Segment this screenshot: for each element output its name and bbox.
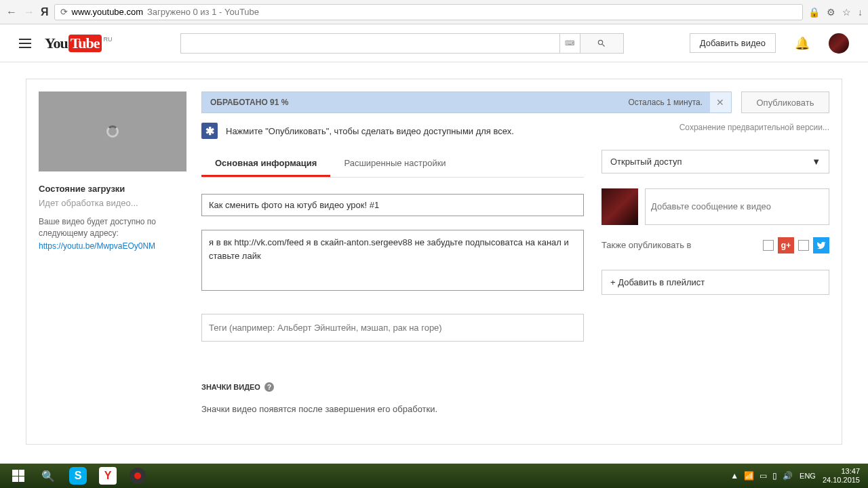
social-icons: g+ — [763, 237, 829, 253]
language-indicator[interactable]: ENG — [800, 472, 816, 480]
notifications-icon[interactable]: 🔔 — [795, 36, 810, 51]
help-icon[interactable]: ? — [264, 382, 274, 392]
also-publish-label: Также опубликовать в — [601, 240, 691, 250]
upload-status-desc: Ваше видео будет доступно по следующему … — [39, 216, 186, 239]
add-playlist-button[interactable]: + Добавить в плейлист — [601, 270, 829, 295]
region-label: RU — [104, 36, 113, 43]
processing-spinner-icon — [106, 125, 119, 138]
taskbar-left: 🔍 S Y — [4, 465, 152, 487]
right-column: Сохранение предварительной версии... Отк… — [601, 120, 829, 414]
taskbar-right: ▲ 📶 ▭ ▯ 🔊 ENG 13:47 24.10.2015 — [730, 467, 864, 485]
user-avatar[interactable] — [829, 33, 849, 54]
gplus-icon[interactable]: g+ — [778, 237, 794, 253]
menu-icon[interactable] — [19, 39, 31, 48]
publish-hint: ✱ Нажмите "Опубликовать", чтобы сделать … — [201, 120, 584, 147]
twitter-checkbox[interactable] — [798, 240, 809, 251]
tab-basic[interactable]: Основная информация — [201, 151, 330, 177]
asterisk-icon: ✱ — [201, 123, 218, 139]
taskbar: 🔍 S Y ▲ 📶 ▭ ▯ 🔊 ENG 13:47 24.10.2015 — [0, 464, 868, 488]
upload-button[interactable]: Добавить видео — [690, 33, 776, 53]
download-icon[interactable]: ↓ — [858, 7, 863, 18]
hint-text: Нажмите "Опубликовать", чтобы сделать ви… — [226, 126, 514, 136]
action-center-icon[interactable]: ▭ — [760, 471, 767, 481]
cancel-upload-icon[interactable]: ✕ — [716, 97, 724, 108]
video-tags-input[interactable] — [201, 314, 584, 342]
search-taskbar-icon[interactable]: 🔍 — [34, 465, 62, 487]
reload-icon[interactable]: ⟳ — [60, 7, 68, 17]
upload-status-title: Состояние загрузки — [39, 184, 186, 194]
thumbnails-desc: Значки видео появятся после завершения е… — [201, 404, 584, 414]
save-note: Сохранение предварительной версии... — [601, 123, 829, 134]
video-url-link[interactable]: https://youtu.be/MwpvaEOy0NM — [39, 241, 186, 251]
forward-button[interactable]: → — [23, 6, 35, 18]
upload-panel: Состояние загрузки Идет обработка видео.… — [26, 79, 842, 445]
privacy-selected: Открытый доступ — [610, 157, 682, 167]
publish-button[interactable]: Опубликовать — [741, 92, 829, 113]
browser-right-icons: 🔒 ⚙ ☆ ↓ — [808, 7, 863, 18]
back-button[interactable]: ← — [5, 6, 18, 18]
header-right: Добавить видео 🔔 — [690, 33, 849, 54]
chevron-down-icon: ▼ — [812, 157, 821, 167]
search-icon — [597, 39, 606, 48]
clock[interactable]: 13:47 24.10.2015 — [823, 467, 864, 485]
gplus-checkbox[interactable] — [763, 240, 774, 251]
video-title-input[interactable] — [201, 194, 584, 216]
thumbnails-title: ЗНАЧКИ ВИДЕО ? — [201, 382, 584, 392]
search-button[interactable] — [580, 33, 624, 54]
lock-icon[interactable]: 🔒 — [808, 7, 820, 18]
star-icon[interactable]: ☆ — [842, 7, 851, 18]
twitter-icon[interactable] — [813, 237, 829, 253]
address-bar[interactable]: ⟳ www.youtube.com Загружено 0 из 1 - You… — [54, 4, 804, 20]
body-row: ✱ Нажмите "Опубликовать", чтобы сделать … — [201, 120, 829, 414]
progress-row: ОБРАБОТАНО 91 % Осталась 1 минута. ✕ Опу… — [201, 92, 829, 113]
tabs: Основная информация Расширенные настройк… — [201, 151, 584, 178]
upload-sidebar: Состояние загрузки Идет обработка видео.… — [39, 92, 186, 432]
page-title-text: Загружено 0 из 1 - YouTube — [147, 7, 259, 17]
youtube-logo[interactable]: YouTube RU — [45, 35, 113, 52]
share-message-input[interactable] — [645, 188, 829, 225]
yandex-logo[interactable]: Я — [41, 6, 49, 18]
url-text: www.youtube.com — [72, 7, 144, 17]
youtube-header: YouTube RU ⌨ Добавить видео 🔔 — [0, 24, 868, 62]
share-avatar — [601, 188, 638, 225]
search-input[interactable] — [180, 33, 560, 54]
tray-icons[interactable]: ▲ 📶 ▭ ▯ 🔊 — [730, 471, 793, 481]
tray-up-icon[interactable]: ▲ — [730, 471, 738, 481]
upload-status-text: Идет обработка видео... — [39, 198, 186, 208]
upload-main: ОБРАБОТАНО 91 % Осталась 1 минута. ✕ Опу… — [201, 92, 829, 432]
skype-taskbar-icon[interactable]: S — [64, 465, 92, 487]
privacy-dropdown[interactable]: Открытый доступ ▼ — [601, 150, 829, 174]
yandex-taskbar-icon[interactable]: Y — [94, 465, 122, 487]
video-thumbnail — [39, 92, 186, 171]
browser-chrome-bar: ← → Я ⟳ www.youtube.com Загружено 0 из 1… — [0, 0, 868, 24]
left-column: ✱ Нажмите "Опубликовать", чтобы сделать … — [201, 120, 584, 414]
settings-icon[interactable]: ⚙ — [827, 7, 835, 18]
progress-eta: Осталась 1 минута. — [628, 98, 703, 107]
content: Состояние загрузки Идет обработка видео.… — [0, 62, 868, 461]
progress-label: ОБРАБОТАНО 91 % — [210, 98, 288, 107]
keyboard-icon[interactable]: ⌨ — [560, 33, 580, 54]
share-row — [601, 188, 829, 225]
recorder-taskbar-icon[interactable] — [123, 465, 152, 487]
search-bar: ⌨ — [180, 33, 649, 54]
battery-icon[interactable]: ▯ — [772, 471, 777, 481]
start-button[interactable] — [4, 465, 33, 487]
tab-advanced[interactable]: Расширенные настройки — [330, 151, 459, 177]
progress-bar: ОБРАБОТАНО 91 % Осталась 1 минута. ✕ — [201, 92, 732, 113]
video-description-input[interactable]: я в <span class="underline">вк</span> ht… — [201, 230, 584, 291]
wifi-icon[interactable]: 📶 — [744, 471, 754, 481]
volume-icon[interactable]: 🔊 — [783, 471, 793, 481]
also-publish-row: Также опубликовать в g+ — [601, 237, 829, 253]
